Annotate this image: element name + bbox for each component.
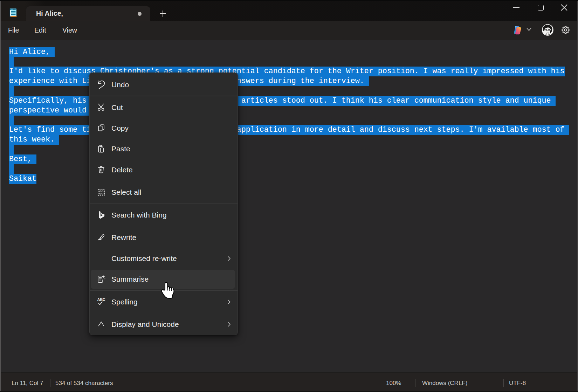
svg-text:ABC: ABC [97,297,105,302]
